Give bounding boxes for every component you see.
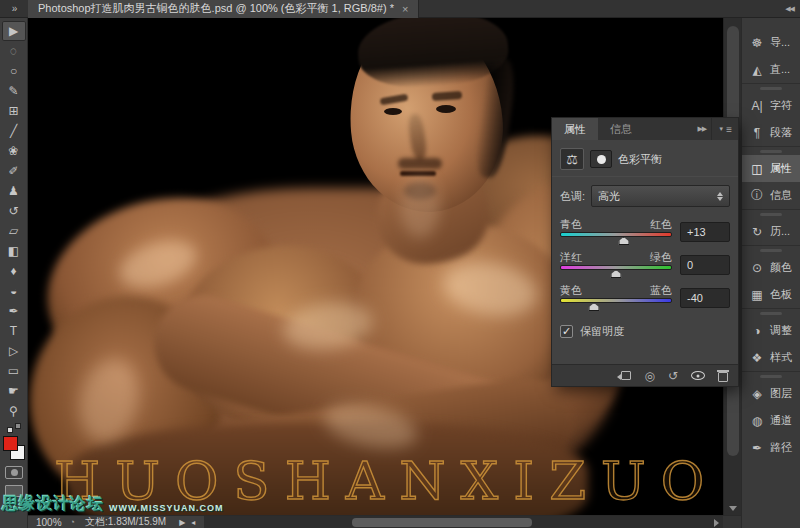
dodge-icon: ◒ bbox=[10, 285, 17, 297]
dock-item-character[interactable]: A|字符 bbox=[742, 92, 800, 119]
dock-item-adjustments[interactable]: ◑调整 bbox=[742, 317, 800, 344]
marquee-tool-button[interactable]: ◌ bbox=[2, 41, 26, 61]
delete-trash-icon[interactable] bbox=[718, 372, 728, 382]
lasso-tool-button[interactable]: ○ bbox=[2, 61, 26, 81]
dock-item-history[interactable]: ↻历... bbox=[742, 218, 800, 245]
cyan-label: 青色 bbox=[560, 217, 582, 232]
blue-label: 蓝色 bbox=[650, 283, 672, 298]
tone-value: 高光 bbox=[598, 189, 717, 204]
tone-row: 色调: 高光 bbox=[560, 185, 730, 207]
dock-item-histogram[interactable]: ◭直... bbox=[742, 56, 800, 83]
styles-icon: ❖ bbox=[749, 351, 765, 365]
cyan-red-value-field[interactable]: +13 bbox=[680, 222, 730, 242]
zoom-level-field[interactable]: 100% bbox=[28, 517, 70, 528]
type-tool-button[interactable]: T bbox=[2, 321, 26, 341]
tab-info[interactable]: 信息 bbox=[598, 118, 644, 140]
scroll-right-icon[interactable] bbox=[714, 519, 719, 527]
status-arrow-left-icon[interactable]: ◂ bbox=[188, 518, 198, 527]
brush-icon: ✐ bbox=[8, 165, 18, 177]
zoom-tool-button[interactable]: ⚲ bbox=[2, 401, 26, 421]
marquee-icon: ◌ bbox=[10, 45, 17, 57]
toolbar-collapse-icon[interactable]: » bbox=[0, 3, 28, 14]
magenta-green-value-field[interactable]: 0 bbox=[680, 255, 730, 275]
tab-properties[interactable]: 属性 bbox=[552, 118, 598, 140]
healing-brush-icon: ❀ bbox=[8, 145, 18, 157]
quick-mask-button[interactable] bbox=[5, 466, 23, 479]
eraser-tool-button[interactable]: ▱ bbox=[2, 221, 26, 241]
previous-state-icon[interactable]: ◎ bbox=[644, 370, 654, 382]
dock-item-swatches[interactable]: ▦色板 bbox=[742, 281, 800, 308]
panel-menu-icon[interactable]: ▼≡ bbox=[711, 118, 738, 140]
red-label: 红色 bbox=[650, 217, 672, 232]
healing-brush-tool-button[interactable]: ❀ bbox=[2, 141, 26, 161]
dock-label: 样式 bbox=[770, 350, 792, 365]
panel-dock: ☸导... ◭直... A|字符 ¶段落 ◫属性 ⓘ信息 ↻历... ⊙颜色 ▦… bbox=[741, 18, 800, 528]
figure-highlight bbox=[400, 176, 440, 238]
pen-tool-button[interactable]: ✒ bbox=[2, 301, 26, 321]
cyan-red-track[interactable] bbox=[560, 232, 672, 237]
dock-item-layers[interactable]: ◈图层 bbox=[742, 380, 800, 407]
dock-label: 信息 bbox=[770, 188, 792, 203]
panel-tab-spacer bbox=[644, 118, 692, 140]
brush-tool-button[interactable]: ✐ bbox=[2, 161, 26, 181]
default-colors-icon[interactable] bbox=[7, 423, 21, 433]
reset-icon[interactable]: ↺ bbox=[668, 370, 678, 382]
panel-footer: ◎ ↺ bbox=[552, 364, 738, 386]
foreground-color-swatch[interactable] bbox=[3, 436, 18, 451]
preserve-luminosity-checkbox[interactable]: ✓ bbox=[560, 325, 573, 338]
tone-label: 色调: bbox=[560, 189, 585, 204]
history-brush-tool-button[interactable]: ↺ bbox=[2, 201, 26, 221]
dock-item-navigator[interactable]: ☸导... bbox=[742, 29, 800, 56]
dock-label: 历... bbox=[770, 224, 790, 239]
hand-tool-button[interactable]: ☛ bbox=[2, 381, 26, 401]
mini-bg bbox=[15, 423, 21, 429]
select-arrows-icon bbox=[717, 192, 723, 201]
gradient-tool-button[interactable]: ◧ bbox=[2, 241, 26, 261]
path-select-tool-button[interactable]: ▷ bbox=[2, 341, 26, 361]
close-tab-icon[interactable]: × bbox=[402, 3, 408, 15]
figure-mustache-shadow bbox=[398, 158, 442, 169]
swatches-icon: ▦ bbox=[749, 288, 765, 302]
yellow-blue-value-field[interactable]: -40 bbox=[680, 288, 730, 308]
yellow-blue-track[interactable] bbox=[560, 298, 672, 303]
dock-item-properties[interactable]: ◫属性 bbox=[742, 155, 800, 182]
slider-labels: 黄色 蓝色 bbox=[560, 283, 672, 298]
clip-to-layer-icon[interactable] bbox=[621, 371, 631, 380]
dock-item-styles[interactable]: ❖样式 bbox=[742, 344, 800, 371]
move-tool-button[interactable]: ▶ bbox=[2, 21, 26, 41]
dock-expand-icon[interactable]: ◀◀ bbox=[785, 5, 800, 13]
horizontal-scrollbar[interactable] bbox=[204, 516, 723, 528]
horizontal-scrollbar-thumb[interactable] bbox=[352, 518, 532, 527]
layer-mask-thumbnail[interactable] bbox=[590, 150, 612, 168]
dock-separator bbox=[742, 371, 800, 380]
dock-item-info[interactable]: ⓘ信息 bbox=[742, 182, 800, 209]
dock-label: 通道 bbox=[770, 413, 792, 428]
visibility-eye-icon[interactable] bbox=[691, 371, 705, 380]
eyedropper-tool-button[interactable]: ╱ bbox=[2, 121, 26, 141]
document-tab[interactable]: Photoshop打造肌肉男古铜色的肤色.psd @ 100% (色彩平衡 1,… bbox=[28, 0, 419, 18]
shape-icon: ▭ bbox=[8, 365, 19, 377]
clone-stamp-tool-button[interactable]: ♟ bbox=[2, 181, 26, 201]
quick-selection-tool-button[interactable]: ✎ bbox=[2, 81, 26, 101]
paragraph-icon: ¶ bbox=[749, 126, 765, 140]
status-arrow-right-icon[interactable]: ▶ bbox=[176, 518, 188, 527]
color-balance-icon[interactable]: ⚖ bbox=[560, 148, 584, 170]
dock-item-channels[interactable]: ◍通道 bbox=[742, 407, 800, 434]
dodge-tool-button[interactable]: ◒ bbox=[2, 281, 26, 301]
properties-icon: ◫ bbox=[749, 162, 765, 176]
dock-item-color[interactable]: ⊙颜色 bbox=[742, 254, 800, 281]
magenta-green-track[interactable] bbox=[560, 265, 672, 270]
site-watermark: 思缘设计论坛 WWW.MISSYUAN.COM bbox=[2, 494, 224, 515]
scroll-down-icon[interactable] bbox=[729, 506, 737, 511]
dock-item-paths[interactable]: ✒路径 bbox=[742, 434, 800, 461]
panel-collapse-icon[interactable]: ▶▶ bbox=[692, 118, 711, 140]
crop-tool-button[interactable]: ⊞ bbox=[2, 101, 26, 121]
channels-icon: ◍ bbox=[749, 414, 765, 428]
dock-label: 色板 bbox=[770, 287, 792, 302]
dock-label: 调整 bbox=[770, 323, 792, 338]
tone-select[interactable]: 高光 bbox=[591, 185, 730, 207]
shape-tool-button[interactable]: ▭ bbox=[2, 361, 26, 381]
slider-labels: 青色 红色 bbox=[560, 217, 672, 232]
blur-tool-button[interactable]: ♦ bbox=[2, 261, 26, 281]
dock-item-paragraph[interactable]: ¶段落 bbox=[742, 119, 800, 146]
